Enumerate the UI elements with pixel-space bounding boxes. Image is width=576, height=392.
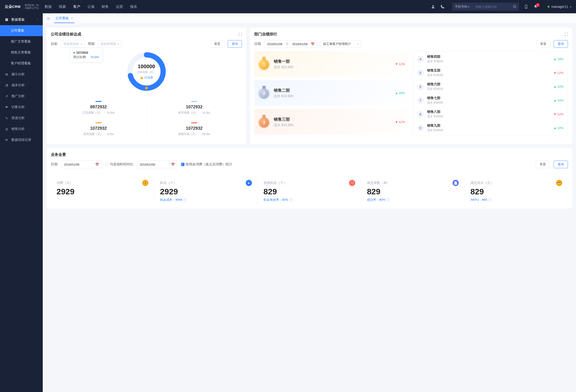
select-period[interactable]: 请选择周期▾ bbox=[98, 40, 121, 48]
rank-name: 销售五部 bbox=[427, 68, 550, 73]
rank-number: 9 bbox=[417, 125, 424, 131]
query-button[interactable]: 查询 bbox=[228, 40, 242, 48]
search-type-select[interactable]: 手机号码 ▾ bbox=[452, 4, 472, 9]
rank-top-card: 2销售二部流水 ¥10,900▲10% bbox=[254, 80, 409, 106]
help-icon[interactable]: ? bbox=[289, 198, 292, 202]
calendar-icon: 📅 bbox=[171, 163, 175, 166]
topnav-item[interactable]: 运营 bbox=[116, 3, 123, 10]
cash-checkbox[interactable]: 按现金消费（返点后消费）统计 bbox=[181, 162, 232, 167]
sidebar-sub-item[interactable]: 客户经理看板 bbox=[0, 58, 43, 69]
target-card-title: 公司业绩目标达成 bbox=[51, 32, 81, 37]
rank-flow: 流水 ¥19020 bbox=[427, 115, 550, 119]
stat-value: 1072932 bbox=[186, 105, 202, 110]
query-button[interactable]: 查询 bbox=[554, 161, 568, 168]
logo: 云朵CRM 教育机构一站 式服务云平台 bbox=[5, 4, 39, 9]
overview-date1[interactable]: 2018/01/08 📅 bbox=[61, 161, 102, 168]
stat-value: 1072932 bbox=[186, 126, 202, 131]
topnav-item[interactable]: 数据 bbox=[45, 3, 52, 10]
reset-button[interactable]: 重置 bbox=[536, 161, 550, 168]
rank-card-title: 部门业绩排行 bbox=[254, 32, 277, 37]
kpi-icon: 📄 bbox=[453, 180, 459, 186]
rank-top-card: 1销售一部流水 ¥10,900▼12% bbox=[254, 51, 409, 77]
chart-tooltip: 1072932 所占比例: 70.9% bbox=[70, 48, 103, 62]
sidebar-group-dashboard[interactable]: 数据看板 ˄ bbox=[0, 14, 43, 25]
reset-button[interactable]: 重置 bbox=[210, 40, 224, 48]
sidebar-item[interactable]: ∿渠道分析 bbox=[0, 113, 43, 123]
stat-cell: 1072932应完成量（元）8.9% bbox=[51, 119, 146, 140]
nav-icon: ∿ bbox=[5, 116, 8, 120]
mobile-icon[interactable] bbox=[524, 4, 528, 9]
main-area: 公司看板 ✕ 公司业绩目标达成 ⛶ 目标 请选择目标▾ bbox=[43, 13, 576, 392]
topnav-item[interactable]: 公海 bbox=[87, 3, 94, 10]
sidebar-sub-item[interactable]: 推广主管看板 bbox=[0, 36, 43, 47]
svg-rect-8 bbox=[7, 20, 8, 21]
arrow-icon: ▲ bbox=[553, 99, 556, 102]
kpi-sub: 成交率：80% ? bbox=[367, 198, 459, 202]
help-icon[interactable]: ? bbox=[183, 198, 187, 202]
tab-company-board[interactable]: 公司看板 ✕ bbox=[54, 14, 75, 23]
sidebar-sub-item[interactable]: 公司看板 bbox=[0, 25, 43, 36]
kpi-icon: ➤ bbox=[246, 180, 252, 186]
query-button[interactable]: 查询 bbox=[554, 40, 568, 48]
bell-icon[interactable]: 5 bbox=[533, 4, 538, 9]
kpi-sub: 机会成本：¥948 ? bbox=[160, 198, 252, 202]
sidebar-sub-item[interactable]: 销售主管看板 bbox=[0, 47, 43, 58]
reset-button[interactable]: 重置 bbox=[536, 40, 550, 48]
dashboard-icon bbox=[5, 18, 8, 22]
expand-icon[interactable]: ⛶ bbox=[565, 32, 568, 36]
sidebar-item[interactable]: ⧉漏斗分析 bbox=[0, 69, 43, 80]
close-icon[interactable]: ✕ bbox=[71, 17, 73, 20]
label-date: 日期 bbox=[254, 42, 261, 46]
select-stat-by[interactable]: 按工单客户经理统计▾ bbox=[320, 40, 361, 48]
stat-bar bbox=[191, 122, 197, 123]
user-menu[interactable]: manager11 ▾ bbox=[547, 5, 571, 8]
overview-title: 业务全景 bbox=[51, 152, 66, 157]
sidebar-item[interactable]: 👁访客分析 bbox=[0, 102, 43, 113]
search-icon[interactable] bbox=[511, 5, 519, 8]
rank-delta: ▼12% bbox=[395, 62, 405, 66]
kpi-name: 有效机会（个） bbox=[263, 181, 287, 185]
svg-point-0 bbox=[432, 5, 434, 7]
rank-row: 7销售七部流水 ¥19020▲ 10% bbox=[413, 93, 568, 107]
topnav-item[interactable]: 线索 bbox=[59, 3, 66, 10]
arrow-icon: ▲ bbox=[553, 57, 556, 61]
select-target[interactable]: 请选择目标▾ bbox=[61, 40, 85, 48]
stat-desc: 应完成量（元）8.9% bbox=[83, 132, 114, 136]
donut-center-badge: 👍已达成 bbox=[140, 76, 153, 80]
search-input[interactable] bbox=[472, 5, 511, 8]
rank-delta: ▲ 10% bbox=[553, 99, 563, 102]
svg-point-1 bbox=[513, 5, 516, 7]
topnav-item[interactable]: 报名 bbox=[130, 3, 137, 10]
sidebar-item[interactable]: ↗推广分析 bbox=[0, 91, 43, 102]
help-icon[interactable]: ? bbox=[386, 198, 390, 202]
rank-row: 4销售四部流水 ¥19020▲ 10% bbox=[413, 52, 568, 66]
rank-delta: ▲ 10% bbox=[553, 57, 563, 61]
rank-row: 8销售八部流水 ¥19020▼ 12% bbox=[413, 107, 568, 121]
compare-checkbox[interactable]: 与其他时间对比 bbox=[105, 162, 133, 167]
donut-center-value: 100000 bbox=[138, 63, 155, 70]
person-icon[interactable] bbox=[431, 4, 435, 9]
rank-delta: ▼ 12% bbox=[553, 71, 563, 75]
stat-value: 8972932 bbox=[90, 105, 107, 110]
sidebar-item[interactable]: ◔成本分析 bbox=[0, 80, 43, 91]
help-icon[interactable]: ? bbox=[488, 198, 491, 202]
date-from-input[interactable]: 2018/01/08 至 2018/01/08 📅 bbox=[264, 40, 317, 48]
topnav-item[interactable]: 财务 bbox=[102, 3, 109, 10]
sidebar-item[interactable]: ⟳数据流转记录 bbox=[0, 134, 43, 145]
kpi-value: 829 bbox=[367, 187, 459, 196]
overview-date2[interactable]: 2018/01/08 📅 bbox=[137, 161, 177, 168]
svg-line-2 bbox=[515, 7, 516, 8]
rank-delta: ▼ 12% bbox=[553, 112, 563, 116]
donut-chart: 100000 目标总量（元） 👍已达成 bbox=[125, 50, 168, 93]
sidebar-item[interactable]: ◎销售分析 bbox=[0, 123, 43, 134]
calendar-icon: 📅 bbox=[95, 163, 99, 166]
nav-icon: ↗ bbox=[5, 94, 8, 98]
calendar-icon: 📅 bbox=[311, 42, 315, 46]
kpi-name: 成交流水（元） bbox=[470, 181, 494, 185]
expand-icon[interactable]: ⛶ bbox=[239, 32, 242, 36]
menu-toggle-icon[interactable] bbox=[45, 16, 52, 21]
phone-icon[interactable] bbox=[440, 4, 445, 9]
rank-name: 销售八部 bbox=[427, 110, 550, 114]
sidebar: 数据看板 ˄ 公司看板推广主管看板销售主管看板客户经理看板 ⧉漏斗分析◔成本分析… bbox=[0, 13, 43, 392]
topnav-item[interactable]: 客户 bbox=[73, 3, 80, 10]
